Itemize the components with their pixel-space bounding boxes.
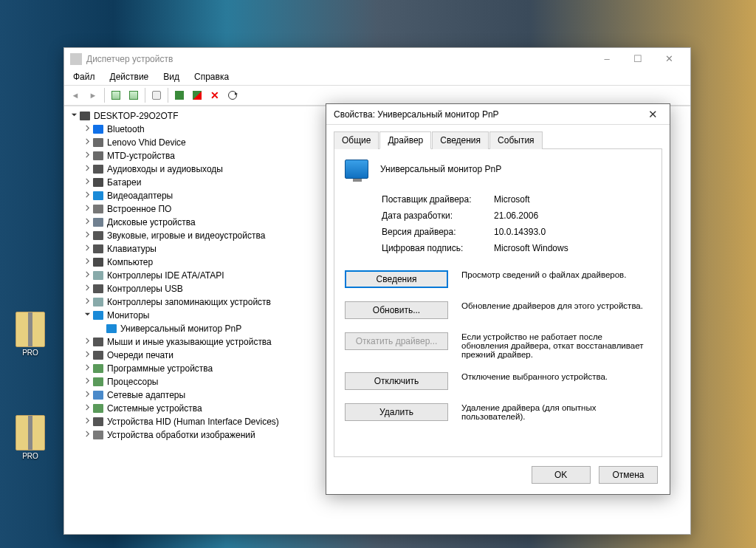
audio-icon: [92, 163, 104, 175]
driver-action-button[interactable]: Отключить: [345, 372, 448, 390]
tab-details[interactable]: Сведения: [432, 131, 489, 149]
titlebar[interactable]: Диспетчер устройств – ☐ ✕: [64, 48, 690, 70]
close-button[interactable]: ✕: [653, 49, 684, 69]
uninstall-button[interactable]: ✕: [207, 87, 223, 103]
img-icon: [92, 429, 104, 441]
tab-driver[interactable]: Драйвер: [379, 131, 431, 149]
driver-action-button[interactable]: Обновить...: [345, 301, 448, 319]
menubar: Файл Действие Вид Справка: [64, 70, 690, 85]
tab-events[interactable]: События: [489, 131, 543, 149]
pc-icon: [92, 256, 104, 268]
tree-label: Мыши и иные указывающие устройства: [107, 335, 272, 349]
tree-label: Видеоадаптеры: [107, 189, 173, 202]
chip-icon: [92, 203, 104, 215]
kb-icon: [92, 243, 104, 255]
battery-icon: [92, 177, 104, 188]
tree-label: Процессоры: [107, 375, 159, 388]
driver-info-table: Поставщик драйвера:Microsoft Дата разраб…: [380, 191, 574, 257]
maximize-button[interactable]: ☐: [622, 49, 653, 69]
button-description: Отключение выбранного устройства.: [461, 372, 651, 381]
tree-label: Очереди печати: [107, 349, 173, 362]
menu-file[interactable]: Файл: [70, 70, 98, 85]
cpu-icon: [92, 376, 104, 388]
desktop-icon-label: PRO: [22, 452, 38, 460]
app-icon: [70, 53, 82, 65]
menu-action[interactable]: Действие: [107, 70, 152, 85]
show-hide-tree-button[interactable]: [108, 87, 124, 103]
window-title: Диспетчер устройств: [86, 54, 173, 64]
mouse-icon: [92, 336, 104, 348]
button-description: Если устройство не работает после обновл…: [461, 332, 651, 359]
zip-folder-icon: [16, 312, 45, 347]
menu-view[interactable]: Вид: [160, 70, 182, 85]
tabs: Общие Драйвер Сведения События: [326, 125, 670, 148]
properties-dialog: Свойства: Универсальный монитор PnP ✕ Об…: [326, 103, 670, 495]
info-key: Поставщик драйвера:: [382, 192, 492, 207]
info-value: 10.0.14393.0: [494, 225, 573, 239]
button-description: Просмотр сведений о файлах драйверов.: [461, 270, 651, 279]
minimize-button[interactable]: –: [591, 49, 622, 69]
zip-folder-icon: [16, 415, 45, 451]
menu-help[interactable]: Справка: [191, 70, 232, 85]
driver-action-button[interactable]: Сведения: [345, 270, 448, 288]
net-icon: [92, 389, 104, 401]
tree-label: Встроенное ПО: [107, 202, 171, 216]
tree-label: Клавиатуры: [107, 242, 157, 256]
tree-label: DESKTOP-29O2OTF: [94, 109, 178, 123]
toolbar: ◄ ► ✕: [64, 85, 690, 106]
dialog-close-button[interactable]: ✕: [643, 108, 662, 121]
monitor-icon: [345, 160, 368, 179]
dev-icon: [92, 150, 104, 162]
tree-label: Контроллеры запоминающих устройств: [107, 295, 271, 309]
tree-label: Универсальный монитор PnP: [120, 322, 241, 335]
tab-general[interactable]: Общие: [334, 131, 379, 149]
dialog-titlebar[interactable]: Свойства: Универсальный монитор PnP ✕: [326, 104, 670, 125]
pc-icon: [79, 110, 91, 122]
bt-icon: [92, 123, 104, 135]
tab-page-driver: Универсальный монитор PnP Поставщик драй…: [334, 148, 662, 457]
cancel-button[interactable]: Отмена: [599, 466, 658, 484]
properties-button[interactable]: [126, 87, 142, 103]
tree-label: Дисковые устройства: [107, 216, 196, 229]
tree-label: Контроллеры USB: [107, 282, 183, 295]
driver-action-button[interactable]: Удалить: [345, 403, 448, 421]
tree-label: Мониторы: [107, 309, 149, 322]
info-key: Цифровая подпись:: [382, 241, 492, 256]
ide-icon: [92, 270, 104, 281]
print-icon: [92, 349, 104, 361]
tree-label: Устройства HID (Human Interface Devices): [107, 415, 279, 428]
help-button[interactable]: [148, 87, 165, 103]
disk-icon: [92, 216, 104, 228]
tree-label: Контроллеры IDE ATA/ATAPI: [107, 269, 224, 282]
tree-label: Устройства обработки изображений: [107, 428, 255, 442]
info-value: Microsoft Windows: [494, 241, 573, 256]
scan-hardware-button[interactable]: [171, 87, 188, 103]
display-icon: [92, 190, 104, 202]
add-legacy-button[interactable]: [189, 87, 205, 103]
tree-label: Bluetooth: [107, 123, 145, 136]
tree-label: Программные устройства: [107, 362, 213, 375]
nav-back-button: ◄: [67, 87, 83, 103]
tree-label: Аудиовходы и аудиовыходы: [107, 162, 223, 176]
hid-icon: [92, 416, 104, 428]
device-name: Универсальный монитор PnP: [380, 164, 501, 174]
monitor-icon: [106, 323, 117, 335]
tree-label: Компьютер: [107, 256, 153, 269]
dialog-title: Свойства: Универсальный монитор PnP: [334, 109, 499, 120]
info-value: Microsoft: [494, 192, 573, 207]
tree-label: Системные устройства: [107, 402, 202, 415]
tree-label: Сетевые адаптеры: [107, 388, 185, 402]
sw-icon: [92, 363, 104, 374]
info-value: 21.06.2006: [494, 208, 573, 223]
desktop-icon-label: PRO: [22, 349, 38, 357]
desktop-icon[interactable]: PRO: [10, 312, 50, 357]
button-description: Удаление драйвера (для опытных пользоват…: [461, 403, 651, 421]
tree-label: Звуковые, игровые и видеоустройства: [107, 229, 265, 242]
tree-label: Батареи: [107, 176, 141, 189]
ok-button[interactable]: OK: [532, 466, 591, 484]
dev-icon: [92, 137, 104, 148]
dialog-buttons: OK Отмена: [326, 465, 670, 493]
update-driver-button[interactable]: [224, 87, 241, 103]
tree-label: Lenovo Vhid Device: [107, 136, 186, 149]
desktop-icon[interactable]: PRO: [10, 415, 50, 460]
